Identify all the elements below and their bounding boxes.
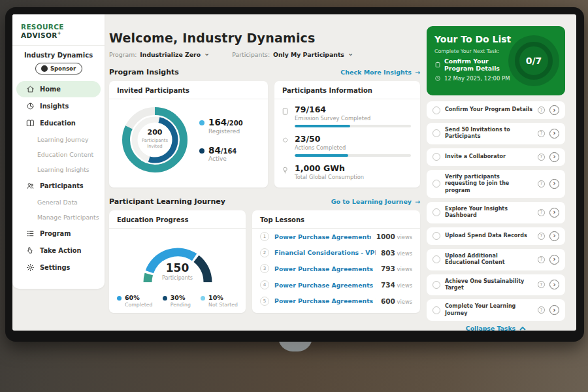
chevron-right-button[interactable]: ›	[549, 179, 559, 189]
sidebar-item-label: Settings	[40, 264, 70, 271]
todo-item[interactable]: Confirm Your Program Details ? ›	[427, 101, 565, 119]
legend-not-started: 10% Not Started	[201, 294, 238, 308]
card-title: Education Progress	[109, 210, 246, 229]
todo-checkbox[interactable]	[433, 180, 440, 188]
lesson-title-link[interactable]: Financial Considerations - VPPAs	[274, 249, 376, 256]
todo-item[interactable]: Send 50 Invitations to Participants ? ›	[427, 123, 565, 144]
todo-item[interactable]: Invite a Collaborator ? ›	[427, 148, 565, 166]
todo-list: Confirm Your Program Details ? › Send 50…	[427, 101, 565, 321]
chevron-right-button[interactable]: ›	[549, 305, 559, 315]
info-icon[interactable]: ?	[538, 154, 545, 161]
sidebar-item-manage-participants[interactable]: Manage Participants	[12, 210, 105, 225]
consumption-icon	[281, 166, 289, 174]
chevron-right-button[interactable]: ›	[549, 280, 559, 289]
todo-progress-value: 0/7	[526, 56, 542, 66]
task-icon	[434, 61, 441, 68]
todo-item-label: Send 50 Invitations to Participants	[445, 127, 533, 140]
sidebar-item-insights[interactable]: Insights	[16, 98, 101, 114]
todo-checkbox[interactable]	[433, 306, 440, 314]
sidebar-item-learning-insights[interactable]: Learning Insights	[12, 162, 105, 177]
chevron-right-button[interactable]: ›	[549, 129, 559, 139]
info-row-survey: 79/164 Emission Survey Completed	[281, 105, 411, 127]
chevron-right-button[interactable]: ›	[549, 105, 559, 115]
todo-checkbox[interactable]	[433, 208, 440, 216]
todo-item[interactable]: Upload Spend Data Records ? ›	[427, 227, 565, 245]
chevron-right-button[interactable]: ›	[549, 152, 559, 162]
learning-cards-row: Education Progress 150 Participants 60%	[109, 210, 420, 313]
info-icon[interactable]: ?	[538, 233, 545, 240]
todo-checkbox[interactable]	[433, 281, 440, 289]
sidebar-item-general-data[interactable]: General Data	[12, 195, 105, 210]
sidebar-item-home[interactable]: Home	[16, 81, 101, 97]
participants-dropdown[interactable]: Participants: Only My Participants ⌄	[232, 51, 353, 58]
participants-information-card: Participants Information 79/164 Emission…	[274, 81, 420, 188]
main-content: Welcome, Industry Dynamics Program: Indu…	[109, 14, 420, 331]
sidebar-item-label: Education Content	[37, 151, 93, 158]
lesson-title-link[interactable]: Power Purchase Agreements 101	[274, 233, 371, 240]
info-icon[interactable]: ?	[538, 180, 545, 188]
sponsor-badge[interactable]: Sponsor	[35, 63, 82, 74]
chevron-right-button[interactable]: ›	[549, 255, 559, 265]
info-icon[interactable]: ?	[538, 256, 545, 263]
card-title: Participants Information	[274, 81, 420, 99]
sidebar-item-take-action[interactable]: Take Action	[16, 242, 101, 259]
todo-item[interactable]: Complete Your Learning Journey ? ›	[427, 299, 565, 321]
todo-item-label: Upload Spend Data Records	[445, 233, 533, 239]
chevron-right-button[interactable]: ›	[549, 208, 559, 218]
lesson-title-link[interactable]: Power Purchase Agreements 101	[274, 265, 376, 272]
info-icon[interactable]: ?	[538, 281, 545, 288]
info-icon[interactable]: ?	[538, 306, 545, 314]
info-label: Total Global Consumption	[295, 174, 411, 180]
todo-checkbox[interactable]	[433, 153, 440, 161]
collapse-tasks-link[interactable]: Collapse Tasks	[427, 325, 565, 331]
arrow-right-icon: →	[415, 198, 420, 205]
todo-summary-card: Your To Do List Complete Your Next Task:…	[427, 26, 565, 95]
sidebar-item-settings[interactable]: Settings	[16, 259, 101, 276]
lesson-title-link[interactable]: Power Purchase Agreements 102	[274, 282, 376, 289]
todo-item-label: Invite a Collaborator	[445, 154, 533, 160]
lesson-views-value: 600	[381, 297, 395, 305]
chevron-right-button[interactable]: ›	[549, 231, 559, 241]
brand-resource: RESOURCE	[21, 23, 64, 31]
lesson-views-suffix: views	[395, 250, 412, 257]
legend-label: Completed	[125, 302, 153, 308]
lesson-rank-badge: 5	[260, 297, 269, 306]
legend-label: Active	[208, 155, 237, 162]
sidebar-item-education-content[interactable]: Education Content	[12, 147, 105, 162]
todo-checkbox[interactable]	[433, 255, 440, 263]
todo-item[interactable]: Achieve One Sustainability Target ? ›	[427, 274, 565, 296]
sidebar-item-program[interactable]: Program	[16, 225, 101, 242]
sponsor-icon	[41, 65, 48, 72]
sidebar-item-participants[interactable]: Participants	[16, 178, 101, 194]
chevron-down-icon: ⌄	[204, 52, 210, 56]
lesson-rank-badge: 1	[260, 232, 269, 241]
link-label: Go to Learning Journey	[331, 198, 412, 205]
lesson-views-value: 803	[381, 249, 395, 257]
app-logo: RESOURCE ADVISOR+	[12, 14, 105, 46]
check-more-insights-link[interactable]: Check More Insights →	[340, 69, 420, 76]
todo-checkbox[interactable]	[433, 129, 440, 137]
todo-checkbox[interactable]	[433, 106, 440, 114]
legend-value: 164	[208, 117, 227, 127]
info-icon[interactable]: ?	[538, 209, 545, 216]
program-dropdown[interactable]: Program: Industrialize Zero ⌄	[109, 51, 210, 58]
todo-item[interactable]: Explore Your Insights Dashboard ? ›	[427, 202, 565, 223]
todo-item[interactable]: Verify participants requesting to join t…	[427, 170, 565, 198]
info-icon[interactable]: ?	[538, 106, 545, 114]
todo-progress-ring: 0/7	[508, 35, 559, 86]
sidebar-item-learning-journey[interactable]: Learning Journey	[12, 132, 105, 147]
sidebar-item-label: Take Action	[40, 247, 81, 254]
info-icon[interactable]: ?	[538, 130, 545, 137]
todo-item[interactable]: Upload Additional Educational Content ? …	[427, 249, 565, 270]
chevron-down-icon: ⌄	[348, 52, 353, 56]
card-title: Invited Participants	[109, 81, 268, 99]
sidebar-item-label: Education	[40, 120, 76, 127]
legend-active: 84/164 Active	[199, 146, 243, 163]
lesson-title-link[interactable]: Power Purchase Agreements 103	[274, 297, 376, 304]
legend-label: Pending	[171, 302, 191, 308]
insights-icon	[26, 102, 35, 110]
go-to-learning-journey-link[interactable]: Go to Learning Journey →	[331, 198, 420, 205]
sidebar-item-education[interactable]: Education	[16, 115, 101, 131]
monitor-bezel: RESOURCE ADVISOR+ Industry Dynamics Spon…	[5, 7, 584, 342]
todo-checkbox[interactable]	[433, 232, 440, 240]
